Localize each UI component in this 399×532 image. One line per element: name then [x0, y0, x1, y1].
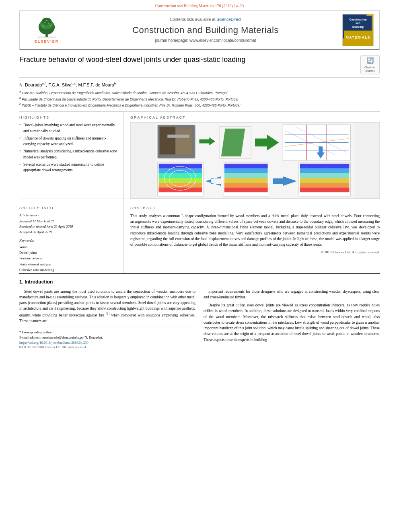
intro-left-col: Steel dowel joints are among the most us…: [19, 289, 195, 350]
author-mfsf-moura: , M.F.S.F. de Moura: [76, 82, 114, 87]
svg-rect-14: [176, 129, 192, 154]
svg-rect-35: [159, 183, 202, 188]
authors-line: N. Douradoa,*, F.G.A. Silvab,c, M.F.S.F.…: [19, 81, 380, 88]
journal-title: Construction and Building Materials: [73, 24, 338, 37]
highlights-graphical-section: HIGHLIGHTS Dowel-joints involving wood a…: [19, 111, 380, 199]
svg-rect-45: [224, 183, 268, 188]
intro-right-p1: important requirements for those designe…: [204, 289, 380, 300]
highlights-col: HIGHLIGHTS Dowel-joints involving wood a…: [19, 112, 124, 199]
keyword-3: Fracture behavior: [19, 255, 117, 261]
svg-rect-15: [167, 135, 189, 138]
author-c-sup: b: [114, 82, 116, 85]
svg-rect-41: [224, 164, 268, 168]
article-info-label: ARTICLE INFO: [19, 205, 117, 211]
article-info-abstract-section: ARTICLE INFO Article history: Received 1…: [19, 199, 380, 273]
check-updates-label: Check for updates: [361, 66, 379, 73]
cover-materials: MATERIALS: [346, 35, 370, 40]
svg-rect-46: [224, 188, 268, 193]
keywords-section: Keywords: Wood Dowel-joints Fracture beh…: [19, 238, 117, 273]
graphical-abstract-label: GRAPHICAL ABSTRACT: [130, 115, 380, 120]
elsevier-tree-icon: [33, 16, 61, 38]
affiliations-block: a CMEMS-UMinho, Departamento de Engenhar…: [19, 90, 380, 108]
footnote-corresponding: * Corresponding author.: [19, 330, 195, 335]
article-area: Fracture behavior of wood-steel dowel jo…: [19, 50, 380, 355]
highlights-list: Dowel-joints involving wood and steel we…: [19, 122, 117, 173]
svg-rect-36: [159, 188, 202, 193]
abstract-label: ABSTRACT: [130, 205, 380, 211]
graphical-abstract-svg: [131, 123, 379, 198]
author-b-sup: b,c: [72, 82, 76, 85]
footnote-email: E-mail address: numdourado@dem.uminho.pt…: [19, 335, 195, 340]
journal-cover-image: Construction and Building MATERIALS: [342, 14, 374, 46]
svg-marker-18: [221, 129, 245, 156]
affiliation-b: b Faculdade de Engenharia da Universidad…: [19, 96, 380, 102]
graphical-abstract-col: GRAPHICAL ABSTRACT: [124, 112, 380, 199]
received-date: Received 17 March 2018: [19, 219, 117, 224]
journal-header: ELSEVIER Contents lists available at Sci…: [19, 10, 380, 50]
article-info-col: ARTICLE INFO Article history: Received 1…: [19, 199, 124, 273]
svg-rect-42: [224, 168, 268, 173]
check-updates-badge: 🔄 Check for updates: [360, 55, 380, 74]
page-wrapper: Construction and Building Materials 176 …: [0, 0, 399, 355]
section-1-title: 1. Introduction: [19, 279, 380, 286]
keywords-list: Wood Dowel-joints Fracture behavior Fini…: [19, 244, 117, 273]
history-label: Article history:: [19, 213, 117, 218]
svg-rect-53: [300, 183, 350, 188]
abstract-copyright: © 2018 Elsevier Ltd. All rights reserved…: [130, 250, 380, 255]
highlight-item-2: Influence of dowels spacing on stiffness…: [19, 136, 117, 147]
article-title-row: Fracture behavior of wood-steel dowel jo…: [19, 55, 380, 78]
cover-construction: Construction: [346, 18, 370, 21]
svg-rect-51: [300, 173, 350, 178]
svg-rect-44: [224, 178, 268, 183]
article-title: Fracture behavior of wood-steel dowel jo…: [19, 55, 360, 64]
affiliation-c: c INEGI – Instituto de Ciência e Inovaçã…: [19, 102, 380, 108]
graphical-abstract-image: [130, 122, 380, 199]
elsevier-label: ELSEVIER: [35, 39, 59, 44]
intro-right-col: important requirements for those designe…: [204, 289, 380, 350]
keyword-4: Finite element analysis: [19, 261, 117, 267]
intro-paragraph-1: Steel dowel joints are among the most us…: [19, 289, 195, 324]
abstract-text: This study analyses a common L-shape con…: [130, 213, 380, 248]
cover-building: Building: [346, 25, 370, 29]
elsevier-logo-area: ELSEVIER: [25, 16, 69, 44]
svg-point-6: [44, 22, 46, 24]
ref-1: [1]: [106, 312, 109, 316]
intro-right-p2: Despite its great utility, steel dowel j…: [204, 302, 380, 343]
svg-rect-50: [300, 168, 350, 173]
introduction-section: 1. Introduction Steel dowel joints are a…: [19, 273, 380, 350]
author-fga-silva: , F.G.A. Silva: [46, 82, 72, 87]
svg-rect-43: [224, 173, 268, 178]
footnote-area: * Corresponding author. E-mail address: …: [19, 327, 195, 350]
svg-point-3: [42, 18, 51, 25]
highlight-item-1: Dowel-joints involving wood and steel we…: [19, 122, 117, 134]
copyright-footer: 0950-0618/© 2018 Elsevier Ltd. All right…: [19, 345, 195, 350]
svg-point-7: [48, 23, 49, 25]
svg-rect-13: [160, 127, 176, 154]
svg-rect-31: [159, 164, 202, 168]
svg-rect-32: [159, 168, 202, 173]
svg-rect-54: [300, 188, 350, 193]
keywords-label: Keywords:: [19, 238, 117, 243]
doi-line: https://doi.org/10.1016/j.conbuildmat.20…: [19, 340, 195, 345]
svg-point-4: [42, 25, 44, 28]
highlights-label: HIGHLIGHTS: [19, 115, 117, 120]
highlight-item-4: Several scenarios were studied numerical…: [19, 162, 117, 173]
journal-ref-line: Construction and Building Materials 176 …: [19, 0, 380, 10]
journal-ref-text: Construction and Building Materials 176 …: [155, 4, 244, 8]
keyword-2: Dowel-joints: [19, 250, 117, 255]
accepted-date: Accepted 30 April 2018: [19, 230, 117, 235]
sciencedirect-link[interactable]: ScienceDirect: [216, 17, 241, 22]
svg-rect-52: [300, 178, 350, 183]
author-a-sup: a,*: [42, 82, 46, 85]
intro-two-col: Steel dowel joints are among the most us…: [19, 289, 380, 350]
journal-homepage: journal homepage: www.elsevier.com/locat…: [73, 38, 338, 43]
journal-cover: Construction and Building MATERIALS: [342, 14, 374, 46]
keyword-1: Wood: [19, 244, 117, 250]
article-history: Article history: Received 17 March 2018 …: [19, 213, 117, 235]
revised-date: Received in revised form 28 April 2018: [19, 224, 117, 230]
svg-point-5: [49, 25, 51, 27]
history-dates: Received 17 March 2018 Received in revis…: [19, 219, 117, 235]
contents-line: Contents lists available at ScienceDirec…: [73, 17, 338, 23]
intro-text-left: Steel dowel joints are among the most us…: [19, 289, 195, 324]
cover-and: and: [346, 21, 370, 25]
